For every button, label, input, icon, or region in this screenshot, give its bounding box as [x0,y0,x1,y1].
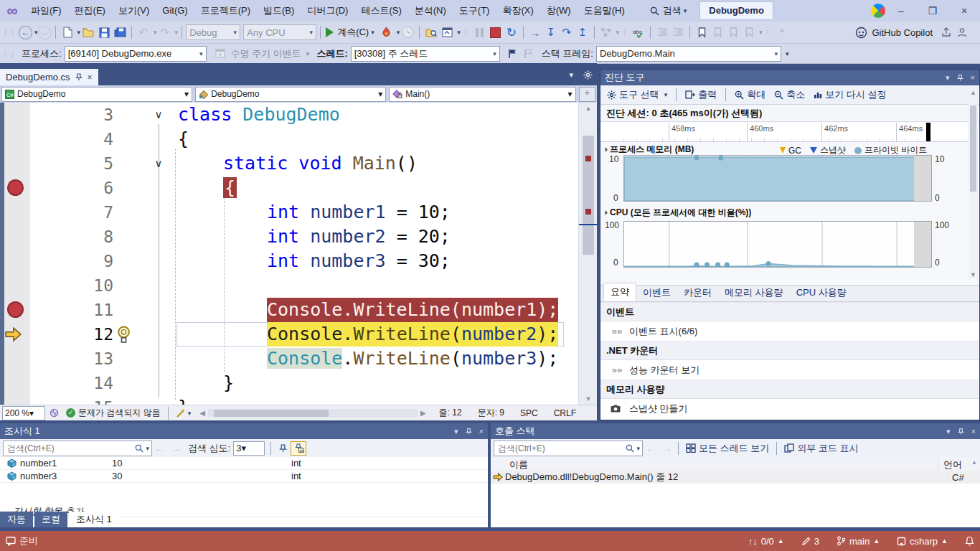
watch-row[interactable]: number110int [0,457,488,470]
window-dropdown-icon[interactable]: ▾ [946,427,951,436]
health-indicator-icon[interactable] [50,408,59,418]
callstack-titlebar[interactable]: 호출 스택 ▾ × [491,423,980,439]
view-all-threads-button[interactable]: 모든 스레드 보기 [682,441,773,456]
show-external-code-button[interactable]: 외부 코드 표시 [781,441,862,456]
code-line[interactable]: 8int number2 = 20; [0,225,597,249]
sync-status[interactable]: ↑↓ 0/0▲ [748,536,784,547]
hscroll-right-icon[interactable]: ▶ [420,409,426,417]
eol-indicator[interactable]: CRLF [554,408,576,418]
step-into-button[interactable]: ↧ [543,24,559,40]
close-button[interactable]: × [948,0,980,22]
solution-badge[interactable]: DebugDemo [699,1,773,20]
zoom-select[interactable]: 200 %▾ [2,406,45,420]
minimize-button[interactable]: – [885,0,917,22]
menu-item[interactable]: 도구(T) [453,0,496,22]
timeline-ruler[interactable]: 458ms460ms462ms464ms [600,123,969,142]
tab-debugdemo-cs[interactable]: DebugDemo.cs × [0,69,98,85]
timeline-cursor[interactable] [926,123,930,141]
spaces-indicator[interactable]: SPC [520,408,538,418]
menu-item[interactable]: 도움말(H) [578,0,631,22]
pin-icon[interactable] [75,73,83,81]
problems-status[interactable]: 문제가 검색되지 않음 [78,407,161,419]
account-icon[interactable] [954,24,970,40]
lifecycle-events-icon[interactable] [212,46,228,62]
code-line[interactable]: 5∨static void Main() [0,151,597,176]
lifecycle-events-button[interactable]: 수명 주기 이벤트 [231,47,301,60]
solution-explorer-home-icon[interactable] [439,24,455,40]
show-next-statement-button[interactable]: → [527,24,543,40]
save-all-icon[interactable] [112,24,128,40]
code-line[interactable]: 11Console.WriteLine(number1); [0,298,597,322]
stack-frame-select[interactable]: DebugDemo.Main▾ [596,46,781,62]
back-icon[interactable]: ← [152,441,168,456]
restart-button[interactable]: ↻ [504,24,519,40]
select-tools-button[interactable]: 도구 선택▾ [603,87,671,103]
redo-dropdown[interactable]: ▾ [175,29,179,36]
pin-icon[interactable] [958,428,964,435]
pin-icon[interactable] [957,74,963,82]
pending-edits[interactable]: 3 [801,536,819,547]
diag-tab-2[interactable]: 이벤트 [636,284,677,301]
fold-collapse-icon[interactable]: ∨ [148,151,169,176]
callstack-search-input[interactable] [496,443,626,454]
cpu-section-header[interactable]: CPU (모든 프로세서에 대한 비율(%)) [603,207,751,219]
callstack-search[interactable]: ▾ [494,441,643,456]
breakpoint-icon[interactable] [7,301,24,318]
process-select[interactable]: [69140] DebugDemo.exe▾ [65,46,207,62]
summary-link[interactable]: »»성능 카운터 보기 [600,360,979,380]
increase-indent-icon[interactable] [670,24,686,40]
code-line[interactable]: 13Console.WriteLine(number3); [0,347,597,371]
nav-member-select[interactable]: Main()▾ [389,87,575,102]
tab-list-dropdown[interactable]: ▾ [569,70,573,80]
hot-reload-icon[interactable] [379,24,395,40]
undo-icon[interactable]: ↶ [136,24,151,40]
code-editor[interactable]: 3∨class DebugDemo4{5∨static void Main()6… [0,103,597,405]
editor-options-gear-icon[interactable] [583,70,593,80]
code-line[interactable]: 14} [0,371,597,395]
diag-tab-1[interactable]: 요약 [603,283,636,301]
split-editor-handle[interactable]: ÷ [579,87,596,102]
solution-config-select[interactable]: Debug▾ [186,24,240,40]
close-icon[interactable]: × [479,427,484,435]
menu-item[interactable]: 빌드(B) [257,0,301,22]
menu-item[interactable]: 편집(E) [68,0,112,22]
watch-titlebar[interactable]: 조사식 1 ▾ × [0,423,488,439]
share-icon[interactable] [938,24,954,40]
output-button[interactable]: 출력 [682,87,720,103]
thread-select[interactable]: [30308] 주 스레드▾ [351,46,500,62]
zoom-in-button[interactable]: 확대 [731,87,769,103]
suggestion-wand-icon[interactable] [176,408,186,418]
window-dropdown-icon[interactable]: ▾ [454,427,458,436]
branch-indicator[interactable]: main▲ [837,536,880,547]
feedback-button[interactable]: 준비 [6,534,38,547]
summary-link[interactable]: 스냅샷 만들기 [600,399,979,418]
watch-search[interactable]: ▾ [3,441,152,456]
clear-bookmarks-icon[interactable] [741,24,757,40]
debugbar-overflow[interactable]: ▾ [786,50,789,57]
diag-tab-4[interactable]: 메모리 사용량 [718,284,790,301]
code-line[interactable]: 4{ [0,127,597,151]
menu-item[interactable]: 파일(F) [24,0,68,22]
hscroll-left-icon[interactable]: ◀ [199,409,205,417]
menu-item[interactable]: 보기(V) [112,0,156,22]
history-clock-icon[interactable]: 🕓 [400,24,415,40]
copilot-area[interactable]: GitHub Copilot [855,24,970,40]
search-dropdown[interactable]: ▾ [636,445,640,452]
editor-vertical-scrollbar[interactable]: ▲ ▼ [578,103,597,405]
zoom-out-button[interactable]: 축소 [771,87,809,103]
watch-search-input[interactable] [6,443,135,454]
close-icon[interactable]: × [971,427,976,435]
code-line[interactable]: 10 [0,273,597,298]
break-all-button[interactable] [472,24,488,40]
redo-icon[interactable]: ↷ [157,24,173,40]
menu-item[interactable]: 테스트(S) [354,0,407,22]
scroll-up-icon[interactable]: ▲ [579,105,597,112]
menu-item[interactable]: 프로젝트(P) [194,0,257,22]
menu-item[interactable]: 확장(X) [496,0,540,22]
forward-icon[interactable]: → [659,441,674,456]
open-file-icon[interactable] [80,24,96,40]
comment-icon[interactable]: “ [774,24,790,40]
nav-type-select[interactable]: DebugDemo▾ [195,87,386,102]
back-icon[interactable]: ← [643,441,659,456]
step-over-button[interactable]: ↷ [559,24,575,40]
